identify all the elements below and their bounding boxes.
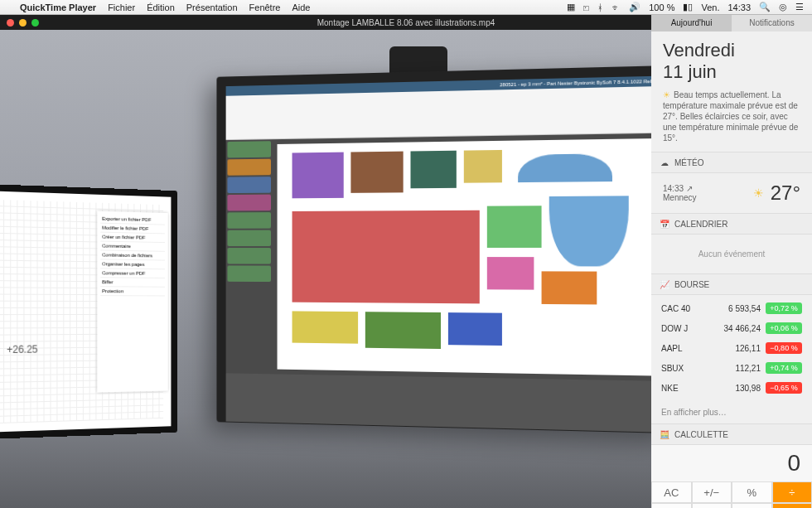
stocks-widget: CAC 40 6 593,54 +0,72 % DOW J 34 466,24 … xyxy=(651,295,812,401)
nc-section-calendar[interactable]: 📅 CALENDRIER xyxy=(651,213,812,235)
nc-tabs: Aujourd'hui Notifications xyxy=(651,15,812,31)
minimize-icon[interactable] xyxy=(19,19,27,27)
weather-icon: ☁ xyxy=(660,157,669,167)
stock-row[interactable]: CAC 40 6 593,54 +0,72 % xyxy=(651,298,812,318)
nesting-canvas xyxy=(278,138,651,376)
clock-day[interactable]: Ven. xyxy=(701,2,719,12)
video-filename: Montage LAMBALLE 8.06 avec illustrations… xyxy=(317,18,495,27)
volume-icon[interactable]: 🔊 xyxy=(629,2,640,12)
close-icon[interactable] xyxy=(7,19,14,27)
meteo-time: 14:33 ↗ xyxy=(663,184,697,193)
nc-date-header: Vendredi 11 juin xyxy=(651,31,812,90)
calendar-icon: 📅 xyxy=(660,219,669,229)
nesting-sidebar xyxy=(226,139,273,374)
calc-key-multiply[interactable]: × xyxy=(772,503,813,508)
notification-center-icon[interactable]: ☰ xyxy=(795,2,804,12)
main-monitor: 280521 - ep 3 mm² - Part Nester Bystroni… xyxy=(216,65,651,433)
menu-window[interactable]: Fenêtre xyxy=(249,2,281,12)
menu-view[interactable]: Présentation xyxy=(186,2,238,12)
calc-key-divide[interactable]: ÷ xyxy=(772,481,813,503)
nc-weekday: Vendredi xyxy=(663,40,800,61)
notification-center-sidebar: Aujourd'hui Notifications Vendredi 11 ju… xyxy=(651,15,812,508)
menu-help[interactable]: Aide xyxy=(292,2,310,12)
bluetooth-icon[interactable]: ᚼ xyxy=(597,2,603,12)
calc-key-percent[interactable]: % xyxy=(732,481,772,503)
siri-icon[interactable]: ◎ xyxy=(779,2,787,12)
cad-dimension: +26.25 xyxy=(7,343,37,356)
battery-icon[interactable]: ▮▯ xyxy=(683,2,693,12)
meteo-temp: 27° xyxy=(771,181,800,205)
meteo-city: Mennecy xyxy=(663,193,697,202)
calc-display: 0 xyxy=(651,445,812,481)
nesting-table xyxy=(226,373,651,433)
cad-side-panel: Exporter un fichier PDFModifier le fichi… xyxy=(97,211,167,393)
stocks-show-more[interactable]: En afficher plus… xyxy=(651,401,812,423)
stock-row[interactable]: AAPL 126,11 −0,80 % xyxy=(651,338,812,358)
nesting-ribbon xyxy=(226,86,651,140)
tab-today[interactable]: Aujourd'hui xyxy=(651,15,732,31)
spotlight-icon[interactable]: 🔍 xyxy=(759,2,771,12)
calculator-icon: 🧮 xyxy=(660,429,669,439)
battery-percent[interactable]: 100 % xyxy=(649,2,674,12)
zoom-icon[interactable] xyxy=(31,19,39,27)
calendar-empty: Aucun événement xyxy=(651,235,812,273)
tab-notifications[interactable]: Notifications xyxy=(732,15,812,31)
video-frame: 280521 - ep 3 mm² - Part Nester Bystroni… xyxy=(0,30,651,508)
nc-forecast-text: ☀Beau temps actuellement. La température… xyxy=(651,90,812,152)
mac-menubar: QuickTime Player Fichier Édition Présent… xyxy=(0,0,812,15)
calc-key-sign[interactable]: +/− xyxy=(692,481,732,503)
nc-section-stocks[interactable]: 📈 BOURSE xyxy=(651,273,812,295)
sun-icon: ☀ xyxy=(753,186,764,200)
stock-row[interactable]: NKE 130,98 −0,65 % xyxy=(651,378,812,398)
status-icon[interactable]: ▦ xyxy=(567,2,575,12)
menu-file[interactable]: Fichier xyxy=(108,2,135,12)
secondary-monitor: +26.25 Exporter un fichier PDFModifier l… xyxy=(0,184,177,440)
screen-icon[interactable]: ⏍ xyxy=(583,2,589,12)
stocks-icon: 📈 xyxy=(660,279,669,289)
stock-row[interactable]: SBUX 112,21 +0,74 % xyxy=(651,358,812,378)
menu-edit[interactable]: Édition xyxy=(147,2,175,12)
meteo-widget[interactable]: 14:33 ↗ Mennecy ☀ 27° xyxy=(651,173,812,213)
nc-section-calculator[interactable]: 🧮 CALCULETTE xyxy=(651,423,812,445)
calculator-widget: 0 AC +/− % ÷ 7 8 9 × 4 5 6 − 1 2 3 + xyxy=(651,445,812,508)
nc-section-meteo[interactable]: ☁ MÉTÉO xyxy=(651,152,812,173)
calc-key-9[interactable]: 9 xyxy=(732,503,772,508)
wifi-icon[interactable]: ᯤ xyxy=(611,2,621,12)
calc-key-7[interactable]: 7 xyxy=(651,503,692,508)
stock-row[interactable]: DOW J 34 466,24 +0,06 % xyxy=(651,318,812,338)
clock-time[interactable]: 14:33 xyxy=(727,2,751,12)
app-name[interactable]: QuickTime Player xyxy=(20,2,96,12)
calc-key-ac[interactable]: AC xyxy=(651,481,692,503)
nc-daymonth: 11 juin xyxy=(663,61,800,83)
sun-icon: ☀ xyxy=(663,90,670,99)
calc-key-8[interactable]: 8 xyxy=(692,503,732,508)
